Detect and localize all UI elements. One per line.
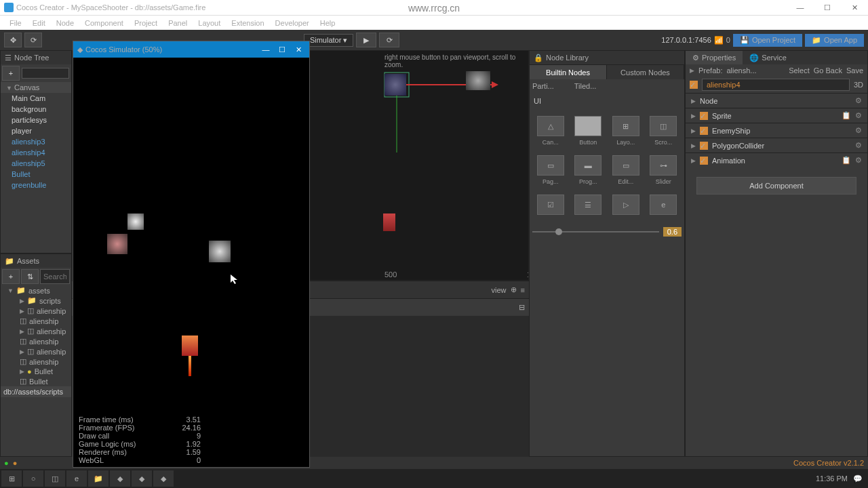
explorer-icon[interactable]: 📁 <box>88 470 108 487</box>
sprite-ship2[interactable] <box>466 71 490 90</box>
tray-time[interactable]: 11:36 PM <box>816 474 848 483</box>
gear-icon[interactable]: ⚙ <box>855 156 862 165</box>
node-name-input[interactable] <box>702 79 850 91</box>
asset-alienship-2[interactable]: ◫alienship <box>1 316 71 326</box>
select-button[interactable]: Select <box>789 66 810 75</box>
menu-icon[interactable]: ≡ <box>521 286 525 294</box>
widget-canvas[interactable]: △Can... <box>532 112 569 150</box>
open-app-button[interactable]: 📁Open App <box>805 34 864 47</box>
widget-button[interactable]: Button <box>570 112 607 150</box>
start-button[interactable]: ⊞ <box>1 470 22 487</box>
tab-service[interactable]: 🌐Service <box>743 51 793 64</box>
tab-builtin[interactable]: Builtin Nodes <box>530 65 607 79</box>
open-project-button[interactable]: 💾Open Project <box>733 34 802 47</box>
asset-alienship-4[interactable]: ◫alienship <box>1 336 71 346</box>
refresh-tool[interactable]: ⟳ <box>24 33 42 47</box>
node-search[interactable] <box>22 68 69 79</box>
app-icon-1[interactable]: ◆ <box>110 470 130 487</box>
menu-help[interactable]: Help <box>315 19 341 27</box>
sim-minimize[interactable]: — <box>259 43 273 56</box>
add-node-button[interactable]: + <box>2 66 20 81</box>
menu-file[interactable]: File <box>4 19 27 27</box>
tree-item-main-cam[interactable]: Main Cam <box>1 93 71 104</box>
3d-toggle[interactable]: 3D <box>854 81 863 89</box>
tray-notifications[interactable]: 💬 <box>853 474 863 483</box>
asset-alienship-1[interactable]: ▶◫alienship <box>1 306 71 316</box>
save-button[interactable]: Save <box>846 66 863 75</box>
sim-close[interactable]: ✕ <box>292 43 305 56</box>
menu-panel[interactable]: Panel <box>163 19 193 27</box>
app-icon-2[interactable]: ◆ <box>132 470 152 487</box>
widget-page[interactable]: ▭Pag... <box>532 151 569 189</box>
tree-item-alienship4[interactable]: alienship4 <box>1 147 71 158</box>
sort-button[interactable]: ⇅ <box>21 269 39 284</box>
tree-item-particlesys[interactable]: particlesys <box>1 115 71 125</box>
sprite-player[interactable] <box>383 214 395 231</box>
section-sprite[interactable]: ▶✓Sprite📋⚙ <box>686 108 867 123</box>
simulator-titlebar[interactable]: ◆ Cocos Simulator (50%) — ☐ ✕ <box>73 41 309 58</box>
close-button[interactable]: ✕ <box>841 0 868 15</box>
gear-icon[interactable]: ⚙ <box>855 141 862 150</box>
section-enemyship[interactable]: ▶✓EnemyShip⚙ <box>686 123 867 138</box>
app-icon-3[interactable]: ◆ <box>153 470 174 487</box>
widget-play[interactable]: ▷ <box>608 190 644 222</box>
tab-properties[interactable]: ⚙Properties <box>686 51 743 64</box>
menu-project[interactable]: Project <box>129 19 163 27</box>
zoom-slider[interactable]: 0.6 <box>530 224 684 239</box>
sprite-ship1[interactable] <box>384 74 406 96</box>
taskview-icon[interactable]: ◫ <box>45 470 65 487</box>
widget-slider[interactable]: ⊶Slider <box>646 151 682 189</box>
tree-item-background[interactable]: backgroun <box>1 104 71 115</box>
menu-edit[interactable]: Edit <box>27 19 51 27</box>
asset-alienship-3[interactable]: ▶◫alienship <box>1 326 71 336</box>
tab-custom[interactable]: Custom Nodes <box>607 65 684 79</box>
expand-icon[interactable]: ⊕ <box>511 285 517 294</box>
play-button[interactable]: ▶ <box>356 33 376 47</box>
tree-item-alienship5[interactable]: alienship5 <box>1 158 71 169</box>
reload-button[interactable]: ⟳ <box>379 33 399 47</box>
widget-scroll[interactable]: ◫Scro... <box>646 112 682 150</box>
add-component-button[interactable]: Add Component <box>696 177 856 195</box>
menu-node[interactable]: Node <box>51 19 79 27</box>
cortana-icon[interactable]: ○ <box>23 470 43 487</box>
maximize-button[interactable]: ☐ <box>814 0 841 15</box>
gear-icon[interactable]: ⚙ <box>855 111 862 120</box>
tree-canvas[interactable]: ▼ Canvas <box>1 82 71 93</box>
widget-layout[interactable]: ⊞Layo... <box>608 112 644 150</box>
gear-icon[interactable]: ⚙ <box>855 96 862 105</box>
menu-component[interactable]: Component <box>79 19 129 27</box>
enable-checkbox[interactable]: ✓ <box>690 81 698 89</box>
tree-item-player[interactable]: player <box>1 125 71 136</box>
menu-developer[interactable]: Developer <box>270 19 315 27</box>
asset-bullet-1[interactable]: ▶●Bullet <box>1 367 71 376</box>
goback-button[interactable]: Go Back <box>814 66 842 75</box>
widget-progress[interactable]: ▬Prog... <box>570 151 607 189</box>
clear-icon[interactable]: ⊟ <box>519 303 525 312</box>
tree-item-alienship3[interactable]: alienship3 <box>1 136 71 147</box>
widget-web[interactable]: e <box>646 190 682 222</box>
asset-scripts[interactable]: ▶📁scripts <box>1 296 71 306</box>
sim-maximize[interactable]: ☐ <box>275 43 289 56</box>
parti-item[interactable]: Parti... <box>532 82 554 90</box>
simulator-canvas[interactable]: Frame time (ms)3.51 Framerate (FPS)24.16… <box>73 58 309 467</box>
move-tool[interactable]: ✥ <box>4 33 22 47</box>
menu-layout[interactable]: Layout <box>193 19 226 27</box>
gear-icon[interactable]: ⚙ <box>855 126 862 135</box>
asset-alienship-6[interactable]: ◫alienship <box>1 357 71 367</box>
simulator-dropdown[interactable]: Simulator ▾ <box>304 34 354 47</box>
menu-extension[interactable]: Extension <box>226 19 269 27</box>
widget-edit[interactable]: ▭Edit... <box>608 151 644 189</box>
asset-root[interactable]: ▼📁assets <box>1 285 71 296</box>
section-animation[interactable]: ▶✓Animation📋⚙ <box>686 152 867 167</box>
asset-bullet-2[interactable]: ◫Bullet <box>1 376 71 386</box>
tiled-item[interactable]: Tiled... <box>574 82 597 90</box>
section-node[interactable]: ▶Node⚙ <box>686 93 867 108</box>
asset-alienship-5[interactable]: ▶◫alienship <box>1 346 71 357</box>
minimize-button[interactable]: — <box>787 0 814 15</box>
add-asset-button[interactable]: + <box>2 269 20 284</box>
widget-list[interactable]: ☰ <box>570 190 607 222</box>
widget-check[interactable]: ☑ <box>532 190 569 222</box>
tree-item-bullet[interactable]: Bullet <box>1 169 71 180</box>
tree-item-greenbullet[interactable]: greenbulle <box>1 180 71 190</box>
section-polygon[interactable]: ▶✓PolygonCollider⚙ <box>686 138 867 152</box>
